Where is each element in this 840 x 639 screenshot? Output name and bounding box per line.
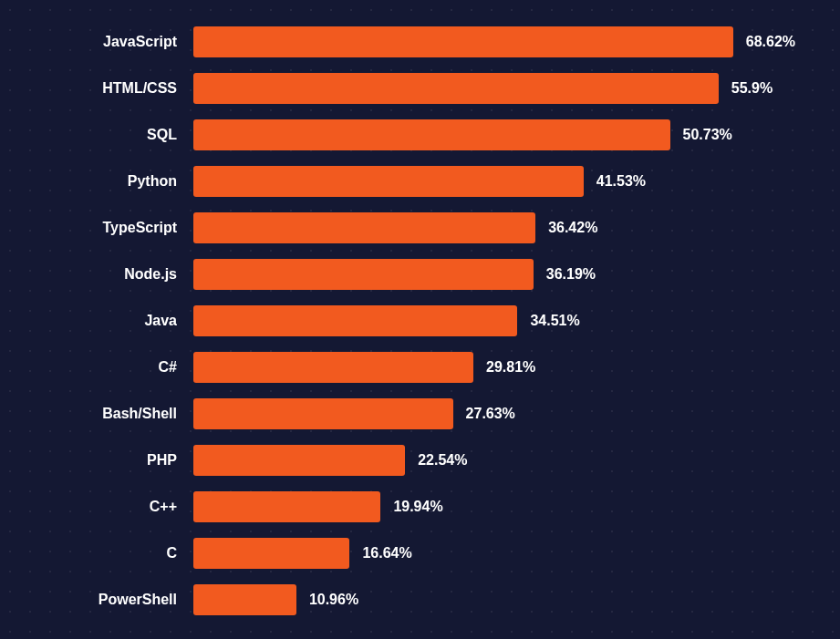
bar-row: PHP 22.54%	[27, 437, 813, 483]
bar-value: 36.19%	[546, 266, 596, 283]
bar-label: HTML/CSS	[27, 80, 193, 97]
bar-fill	[193, 584, 296, 615]
bar-track: 41.53%	[193, 166, 795, 197]
bar-fill	[193, 352, 473, 383]
bar-track: 29.81%	[193, 352, 795, 383]
bar-fill	[193, 305, 517, 336]
bar-fill	[193, 119, 670, 150]
bar-fill	[193, 166, 584, 197]
bar-track: 36.19%	[193, 259, 795, 290]
bar-fill	[193, 398, 453, 429]
bar-row: JavaScript 68.62%	[27, 18, 813, 65]
bar-value: 27.63%	[466, 406, 515, 422]
bar-label: Python	[27, 173, 193, 190]
bar-label: SQL	[27, 127, 193, 143]
bar-value: 22.54%	[418, 452, 467, 469]
bar-value: 34.51%	[530, 313, 579, 329]
bar-row: C 16.64%	[27, 530, 813, 576]
bar-label: JavaScript	[27, 34, 193, 50]
bar-track: 50.73%	[193, 119, 795, 150]
bar-fill	[193, 445, 405, 476]
bar-track: 55.9%	[193, 73, 795, 104]
bar-track: 16.64%	[193, 538, 795, 569]
bar-value: 10.96%	[309, 592, 358, 608]
bar-fill	[193, 73, 719, 104]
bar-track: 68.62%	[193, 26, 795, 57]
bar-value: 41.53%	[596, 173, 646, 190]
bar-row: HTML/CSS 55.9%	[27, 65, 813, 111]
bar-value: 16.64%	[362, 545, 411, 562]
bar-track: 27.63%	[193, 398, 795, 429]
bar-label: C++	[27, 499, 193, 515]
bar-label: Bash/Shell	[27, 406, 193, 422]
bar-value: 19.94%	[393, 499, 442, 515]
bar-value: 36.42%	[548, 220, 597, 236]
bar-row: Bash/Shell 27.63%	[27, 390, 813, 437]
bar-chart: JavaScript 68.62% HTML/CSS 55.9% SQL 50.…	[0, 0, 840, 639]
bar-row: C++ 19.94%	[27, 483, 813, 530]
bar-fill	[193, 491, 380, 522]
bar-value: 68.62%	[746, 34, 795, 50]
bar-track: 22.54%	[193, 445, 795, 476]
bar-fill	[193, 538, 349, 569]
bar-fill	[193, 26, 733, 57]
bar-value: 55.9%	[731, 80, 773, 97]
bar-row: Java 34.51%	[27, 297, 813, 344]
bar-label: C	[27, 545, 193, 562]
bar-track: 34.51%	[193, 305, 795, 336]
bar-track: 10.96%	[193, 584, 795, 615]
bar-row: C# 29.81%	[27, 344, 813, 390]
bar-row: PowerShell 10.96%	[27, 576, 813, 623]
bar-value: 50.73%	[683, 127, 732, 143]
bar-track: 19.94%	[193, 491, 795, 522]
bar-label: PHP	[27, 452, 193, 469]
bar-track: 36.42%	[193, 212, 795, 243]
bar-row: TypeScript 36.42%	[27, 204, 813, 251]
bar-label: C#	[27, 359, 193, 376]
bar-row: SQL 50.73%	[27, 111, 813, 158]
bar-row: Node.js 36.19%	[27, 251, 813, 297]
bar-label: TypeScript	[27, 220, 193, 236]
bar-fill	[193, 259, 534, 290]
bar-label: Java	[27, 313, 193, 329]
bar-label: Node.js	[27, 266, 193, 283]
bar-label: PowerShell	[27, 592, 193, 608]
bar-fill	[193, 212, 535, 243]
bar-value: 29.81%	[486, 359, 535, 376]
bar-row: Python 41.53%	[27, 158, 813, 204]
